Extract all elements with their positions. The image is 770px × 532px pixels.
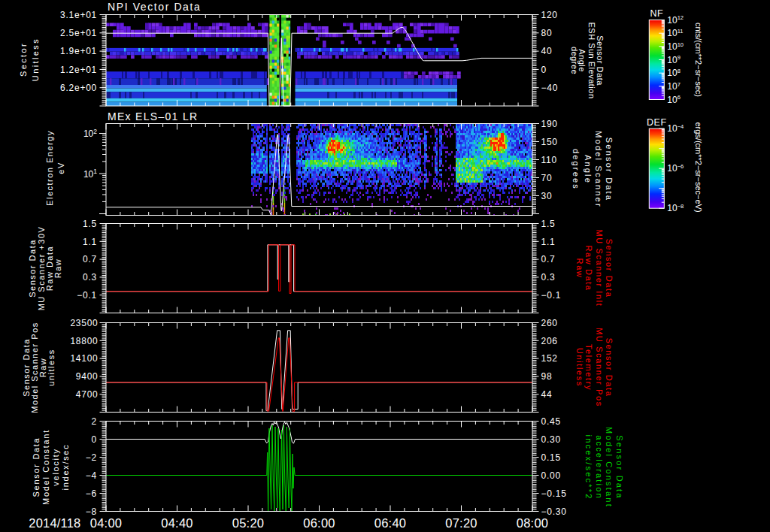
svg-text:unitless: unitless — [47, 349, 56, 385]
svg-text:Sensor Data: Sensor Data — [605, 138, 614, 201]
svg-text:MU Scanner +30V: MU Scanner +30V — [37, 226, 46, 311]
svg-text:0.15: 0.15 — [541, 452, 561, 463]
svg-text:120: 120 — [541, 10, 558, 20]
svg-text:06:40: 06:40 — [374, 516, 406, 530]
svg-text:70: 70 — [541, 173, 553, 183]
svg-text:Sensor Data: Sensor Data — [28, 239, 37, 298]
svg-text:ESH Sun Elevation: ESH Sun Elevation — [587, 22, 596, 98]
svg-text:110: 110 — [541, 155, 557, 165]
svg-text:0.3: 0.3 — [83, 272, 97, 283]
svg-text:150: 150 — [541, 137, 558, 147]
svg-text:Model Constant: Model Constant — [41, 429, 50, 505]
svg-text:18800: 18800 — [70, 336, 98, 346]
svg-text:−4: −4 — [86, 470, 97, 481]
svg-text:incex/sec**2: incex/sec**2 — [584, 435, 593, 500]
svg-text:cnts/(cm**2−sr−sec): cnts/(cm**2−sr−sec) — [694, 23, 703, 97]
svg-text:06:00: 06:00 — [303, 516, 335, 530]
svg-text:Raw: Raw — [575, 258, 584, 279]
svg-text:1.5: 1.5 — [83, 219, 97, 229]
svg-text:30: 30 — [541, 191, 553, 201]
svg-text:04:00: 04:00 — [90, 516, 122, 530]
svg-text:190: 190 — [541, 119, 558, 129]
svg-text:44: 44 — [541, 389, 553, 400]
svg-text:260: 260 — [541, 318, 558, 328]
svg-text:−8: −8 — [86, 506, 97, 517]
svg-text:NF: NF — [650, 8, 663, 19]
svg-text:−40: −40 — [541, 83, 559, 93]
svg-text:DEF: DEF — [647, 117, 667, 128]
svg-text:Sector: Sector — [19, 42, 28, 77]
svg-text:−0.30: −0.30 — [541, 506, 567, 517]
svg-text:1.1: 1.1 — [83, 237, 97, 247]
svg-text:−6: −6 — [86, 488, 97, 499]
svg-text:Angle: Angle — [584, 155, 593, 184]
svg-text:206: 206 — [541, 336, 558, 346]
svg-text:Sensor Data: Sensor Data — [615, 435, 624, 499]
svg-text:1.5: 1.5 — [541, 219, 556, 229]
svg-text:Sensor Data: Sensor Data — [32, 437, 41, 497]
svg-text:Sensor Data: Sensor Data — [605, 338, 614, 397]
svg-text:Model Constant: Model Constant — [605, 427, 614, 508]
svg-text:05:20: 05:20 — [232, 516, 264, 530]
svg-text:0.45: 0.45 — [541, 416, 561, 427]
svg-text:ergs/(cm**2−sr−sec−eV): ergs/(cm**2−sr−sec−eV) — [694, 122, 703, 212]
svg-text:0.30: 0.30 — [541, 434, 561, 445]
svg-text:0.7: 0.7 — [83, 254, 97, 264]
svg-text:velocity: velocity — [51, 448, 60, 485]
svg-text:2.5e+01: 2.5e+01 — [60, 28, 97, 38]
svg-text:MU Scanner Inlt: MU Scanner Inlt — [595, 230, 604, 307]
svg-text:4700: 4700 — [76, 389, 99, 400]
svg-text:0.00: 0.00 — [541, 470, 561, 481]
svg-text:14100: 14100 — [70, 353, 98, 364]
svg-text:152: 152 — [541, 353, 558, 364]
svg-text:degrees: degrees — [571, 149, 581, 190]
svg-text:Unitless: Unitless — [575, 348, 584, 387]
svg-text:1.2e+01: 1.2e+01 — [60, 65, 97, 75]
svg-text:Model Scanner: Model Scanner — [594, 131, 603, 208]
svg-text:Sensor Data: Sensor Data — [605, 239, 614, 298]
svg-text:80: 80 — [541, 28, 553, 38]
svg-text:−0.15: −0.15 — [541, 488, 567, 499]
svg-text:0.3: 0.3 — [541, 272, 556, 283]
svg-text:−0.1: −0.1 — [77, 290, 97, 301]
svg-text:23500: 23500 — [70, 318, 98, 328]
svg-text:1.9e+01: 1.9e+01 — [60, 46, 97, 56]
svg-text:−2: −2 — [86, 452, 97, 463]
svg-text:Raw Data: Raw Data — [584, 245, 593, 291]
svg-text:index/sec: index/sec — [61, 444, 70, 491]
svg-text:Telemetry: Telemetry — [584, 344, 593, 391]
svg-text:MU Scanner Pos: MU Scanner Pos — [595, 328, 604, 407]
svg-text:NPI Vector Data: NPI Vector Data — [108, 1, 201, 13]
svg-text:Raw: Raw — [53, 258, 62, 279]
svg-text:07:20: 07:20 — [445, 516, 477, 530]
svg-text:Electron Energy: Electron Energy — [45, 130, 54, 206]
svg-text:acceleration: acceleration — [595, 435, 604, 500]
svg-text:eV: eV — [56, 162, 65, 174]
svg-text:Sensor Data: Sensor Data — [596, 35, 605, 86]
svg-text:08:00: 08:00 — [517, 516, 548, 530]
svg-text:1.1: 1.1 — [541, 237, 556, 247]
svg-text:6.2e+00: 6.2e+00 — [60, 83, 97, 93]
svg-text:−0.1: −0.1 — [541, 290, 562, 301]
svg-text:0.7: 0.7 — [541, 254, 556, 264]
svg-text:Unitless: Unitless — [31, 38, 40, 81]
svg-text:98: 98 — [541, 371, 553, 382]
svg-text:MEx ELS–01 LR: MEx ELS–01 LR — [108, 110, 198, 122]
svg-text:0: 0 — [541, 65, 547, 75]
svg-text:2014/118: 2014/118 — [29, 516, 80, 530]
svg-text:0: 0 — [92, 434, 97, 445]
svg-text:degree: degree — [570, 47, 579, 74]
svg-text:2: 2 — [92, 416, 97, 427]
svg-text:3.1e+01: 3.1e+01 — [60, 10, 97, 20]
svg-text:04:40: 04:40 — [161, 516, 192, 530]
svg-text:9400: 9400 — [76, 371, 99, 382]
svg-text:40: 40 — [541, 46, 553, 56]
